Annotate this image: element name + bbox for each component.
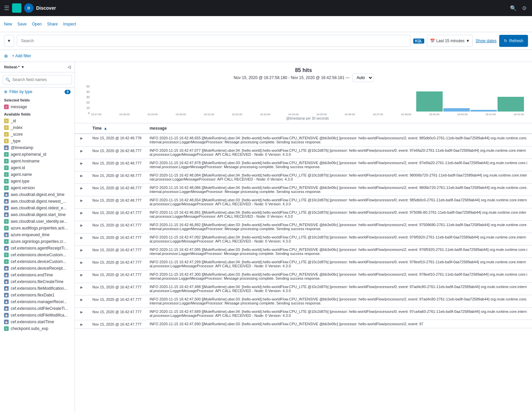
expand-row-button[interactable]: ▶ [79, 248, 84, 252]
expand-row-button[interactable]: ▶ [79, 174, 84, 178]
available-field-item[interactable]: fcheckpoint.subs_exp [0, 325, 75, 332]
available-field-item[interactable]: ⏰cef.extensions.endTime [0, 272, 75, 278]
expand-row-button[interactable]: ▶ [79, 323, 84, 326]
chevron-down-icon: ▼ [466, 39, 470, 43]
histogram-bar[interactable] [443, 108, 470, 112]
histogram-bar[interactable] [498, 97, 524, 112]
available-field-item[interactable]: ⏰aws.cloudtrail.digest.oldest_e... [0, 205, 75, 211]
expand-row-button[interactable]: ▶ [79, 298, 84, 301]
index-dropdown[interactable]: ▼ [4, 35, 14, 47]
collapse-sidebar-icon[interactable]: ◁ [68, 65, 71, 69]
histogram-bar[interactable] [470, 110, 497, 112]
field-type-badge: f [4, 253, 9, 257]
x-axis-label: 16:41:00 [485, 113, 496, 116]
new-button[interactable]: New [4, 20, 12, 28]
field-name: aws.cloudtrail.digest.start_time [11, 212, 71, 217]
time-col-header[interactable]: Time ▲ [88, 123, 146, 134]
field-type-badge: ⏰ [4, 273, 9, 277]
available-field-item[interactable]: ⏰cef.extensions.fileModification... [0, 285, 75, 292]
share-button[interactable]: Share [47, 20, 58, 28]
global-search-icon[interactable]: 🔍 [509, 4, 518, 13]
expand-row-button[interactable]: ▶ [79, 199, 84, 202]
available-field-item[interactable]: fazure.auditlogs.properties.acti... [0, 225, 75, 231]
time-range-picker[interactable]: 📅 Last 15 minutes ▼ [427, 35, 473, 47]
field-name: cef.extensions.oldFileModifica... [11, 313, 71, 318]
available-field-item[interactable]: fagent.hostname [0, 158, 75, 164]
kql-badge[interactable]: KQL [413, 39, 424, 44]
x-axis-label: 16:38:00 [401, 113, 411, 116]
available-field-item[interactable]: ⏰cef.extensions.deviceReceipt... [0, 265, 75, 272]
available-field-item[interactable]: fazure.signinlogs.properties.cr... [0, 238, 75, 245]
add-filter-button[interactable]: + Add filter [11, 52, 32, 60]
available-field-item[interactable]: ⏰aws.cloudtrail.digest.end_time [0, 191, 75, 198]
user-avatar[interactable]: D [24, 3, 33, 13]
available-field-item[interactable]: ⏰cef.extensions.managerRecei... [0, 298, 75, 305]
open-button[interactable]: Open [32, 20, 41, 28]
available-field-item[interactable]: ⏰aws.cloudtrail.digest.start_time [0, 211, 75, 218]
index-pattern-selector[interactable]: filebeat-* ▼ ◁ [0, 62, 75, 72]
available-field-item[interactable]: #_index [0, 124, 75, 131]
field-type-badge: ⏰ [4, 246, 9, 251]
expand-row-button[interactable]: ▶ [79, 310, 84, 314]
search-input-wrap[interactable] [17, 35, 411, 47]
available-field-item[interactable]: fcef.extensions.deviceCustom... [0, 252, 75, 258]
field-type-badge: ⏰ [4, 192, 9, 197]
expand-row-button[interactable]: ▶ [79, 136, 84, 140]
field-type-badge: ⏰ [4, 145, 9, 150]
inspect-button[interactable]: Inspect [63, 20, 76, 28]
field-search-input[interactable] [3, 75, 72, 84]
expand-row-button[interactable]: ▶ [79, 236, 84, 239]
available-field-item[interactable]: ⏰@timestamp [0, 144, 75, 151]
available-field-item[interactable]: fagent.name [0, 171, 75, 178]
available-field-item[interactable]: fagent.ephemeral_id [0, 151, 75, 158]
expand-row-button[interactable]: ▶ [79, 161, 84, 165]
expand-row-button[interactable]: ▶ [79, 273, 84, 277]
available-field-item[interactable]: fcef.extensions.deviceCustom... [0, 258, 75, 265]
filter-by-type-row[interactable]: ⊕ Filter by type 0 [0, 87, 75, 96]
expand-row-button[interactable]: ▶ [79, 186, 84, 190]
available-field-item[interactable]: ⏰cef.extensions.oldFileCreateTi... [0, 305, 75, 312]
search-input[interactable] [21, 39, 406, 43]
show-dates-button[interactable]: Show dates [475, 39, 497, 43]
data-table: Time ▲ message ▶Nov 15, 2020 @ 16:42:48.… [75, 123, 532, 329]
available-field-item[interactable]: #_type [0, 138, 75, 144]
save-button[interactable]: Save [17, 20, 26, 28]
table-row: ▶Nov 15, 2020 @ 16:42:48.777INFO 2020-11… [75, 171, 532, 184]
field-name: cef.extensions.deviceCustom... [11, 259, 71, 264]
field-name: _type [11, 139, 71, 143]
expand-row-button[interactable]: ▶ [79, 149, 84, 153]
available-field-item[interactable]: ⏰cef.extensions.flexDate1 [0, 292, 75, 298]
filter-icon[interactable]: ⊕ [4, 53, 8, 59]
expand-row-button[interactable]: ▶ [79, 211, 84, 215]
field-type-badge: ⏰ [4, 306, 9, 311]
available-field-item[interactable]: fagent.id [0, 164, 75, 171]
field-name: agent.ephemeral_id [11, 152, 71, 157]
field-name: cef.extensions.startTime [11, 320, 71, 324]
field-name: cef.extensions.oldFileCreateTi... [11, 306, 71, 311]
filter-by-type-label: ⊕ Filter by type [4, 89, 32, 94]
available-field-item[interactable]: faws.cloudtrail.user_identity.se... [0, 218, 75, 225]
message-cell: INFO 2020-11-15 16:42:47,095 [[MuleRunti… [146, 246, 532, 258]
available-field-item[interactable]: fagent.type [0, 178, 75, 185]
table-row: ▶Nov 15, 2020 @ 16:42:47.777INFO 2020-11… [75, 258, 532, 270]
expand-row-button[interactable]: ▶ [79, 223, 84, 227]
available-field-item[interactable]: fagent.version [0, 185, 75, 191]
available-field-item[interactable]: ⏰azure.enqueued_time [0, 231, 75, 238]
selected-field-item[interactable]: tmessage [0, 104, 75, 110]
message-cell: INFO 2020-11-15 16:42:47,690 [[MuleRunti… [146, 320, 532, 328]
histogram-bar[interactable] [416, 91, 443, 112]
available-field-item[interactable]: ⏰cef.extensions.oldFileModifica... [0, 312, 75, 319]
available-field-item[interactable]: ⏰cef.extensions.agentReceiptTi... [0, 245, 75, 252]
interval-dropdown[interactable]: Auto [352, 73, 373, 82]
expand-row-button[interactable]: ▶ [79, 285, 84, 289]
expand-row-button[interactable]: ▶ [79, 261, 84, 264]
available-field-item[interactable]: #_id [0, 118, 75, 124]
hamburger-menu-icon[interactable]: ☰ [4, 4, 9, 12]
refresh-button[interactable]: ↻ Refresh [499, 35, 528, 47]
available-field-item[interactable]: ⏰cef.extensions.startTime [0, 319, 75, 325]
table-row: ▶Nov 15, 2020 @ 16:42:48.777INFO 2020-11… [75, 196, 532, 208]
available-field-item[interactable]: #_score [0, 131, 75, 138]
available-field-item[interactable]: ⏰cef.extensions.fileCreateTime [0, 278, 75, 285]
available-field-item[interactable]: ⏰aws.cloudtrail.digest.newest_... [0, 198, 75, 205]
settings-icon[interactable]: ⚙ [521, 4, 528, 13]
